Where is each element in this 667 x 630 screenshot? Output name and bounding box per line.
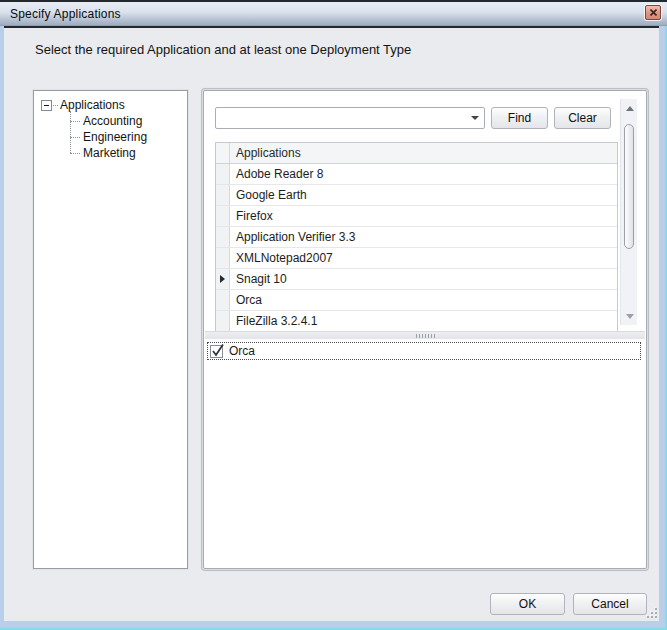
applications-grid: Applications Adobe Reader 8Google EarthF…	[215, 142, 618, 332]
deployment-type-item-orca[interactable]: Orca	[207, 342, 641, 360]
dialog-content: Select the required Application and at l…	[4, 28, 659, 621]
deployment-type-list: Orca	[205, 339, 645, 567]
window-title: Specify Applications	[0, 7, 121, 21]
close-icon	[650, 9, 657, 16]
current-row-arrow-icon	[220, 275, 225, 283]
grid-body: Adobe Reader 8Google EarthFirefoxApplica…	[216, 164, 617, 332]
scroll-up-icon[interactable]	[621, 101, 638, 115]
tree-children: AccountingEngineeringMarketing	[70, 113, 187, 161]
grid-column-header: Applications	[230, 143, 617, 163]
resize-grip[interactable]	[646, 607, 657, 618]
application-row-filezilla-3-2-4-1[interactable]: FileZilla 3.2.4.1	[216, 311, 617, 332]
row-selector-cell	[216, 185, 230, 205]
application-name: Firefox	[230, 206, 617, 226]
tree-node-label: Accounting	[83, 114, 142, 128]
applications-tree-panel: Applications AccountingEngineeringMarket…	[33, 90, 188, 569]
grid-scrollbar[interactable]	[620, 99, 637, 325]
checkbox-checked-icon[interactable]	[210, 345, 223, 358]
instruction-label: Select the required Application and at l…	[35, 42, 411, 57]
row-selector-cell	[216, 290, 230, 310]
ok-button[interactable]: OK	[490, 593, 565, 615]
application-row-snagit-10[interactable]: Snagit 10	[216, 269, 617, 290]
tree-connector	[70, 121, 80, 122]
tree-node-label: Applications	[60, 98, 125, 112]
tree-node-marketing[interactable]: Marketing	[70, 145, 187, 161]
tree-node-accounting[interactable]: Accounting	[70, 113, 187, 129]
tree-node-applications[interactable]: Applications	[41, 97, 187, 113]
tree-node-label: Engineering	[83, 130, 147, 144]
application-name: FileZilla 3.2.4.1	[230, 311, 617, 331]
application-name: Orca	[230, 290, 617, 310]
application-name: Google Earth	[230, 185, 617, 205]
application-row-orca[interactable]: Orca	[216, 290, 617, 311]
collapse-expander-icon[interactable]	[41, 100, 52, 111]
application-row-adobe-reader-8[interactable]: Adobe Reader 8	[216, 164, 617, 185]
application-row-firefox[interactable]: Firefox	[216, 206, 617, 227]
tree-node-label: Marketing	[83, 146, 136, 160]
close-button[interactable]	[645, 5, 661, 20]
row-selector-cell	[216, 227, 230, 247]
application-search-combo[interactable]	[215, 107, 485, 129]
combo-dropdown-icon[interactable]	[466, 116, 484, 120]
row-selector-cell	[216, 311, 230, 331]
horizontal-splitter[interactable]	[205, 331, 645, 339]
titlebar: Specify Applications	[0, 0, 667, 26]
tree-connector	[70, 153, 80, 154]
applications-tree: Applications AccountingEngineeringMarket…	[34, 91, 187, 161]
application-name: Adobe Reader 8	[230, 164, 617, 184]
application-name: XMLNotepad2007	[230, 248, 617, 268]
application-search-input[interactable]	[216, 109, 466, 127]
tree-connector	[70, 137, 80, 138]
scroll-down-icon[interactable]	[621, 309, 638, 323]
grid-header-row[interactable]: Applications	[216, 143, 617, 164]
row-selector-cell	[216, 206, 230, 226]
application-name: Snagit 10	[230, 269, 617, 289]
tree-node-engineering[interactable]: Engineering	[70, 129, 187, 145]
applications-panel: Find Clear Applications Adobe Reader 8Go…	[203, 90, 647, 569]
application-name: Application Verifier 3.3	[230, 227, 617, 247]
cancel-button[interactable]: Cancel	[573, 593, 647, 615]
row-selector-cell	[216, 164, 230, 184]
deployment-type-label: Orca	[229, 344, 255, 358]
find-button[interactable]: Find	[491, 107, 548, 129]
specify-applications-dialog: Specify Applications Select the required…	[0, 0, 667, 630]
application-row-application-verifier-3-3[interactable]: Application Verifier 3.3	[216, 227, 617, 248]
scrollbar-thumb[interactable]	[624, 124, 634, 249]
window-border-bottom	[0, 621, 665, 628]
application-row-google-earth[interactable]: Google Earth	[216, 185, 617, 206]
application-row-xmlnotepad2007[interactable]: XMLNotepad2007	[216, 248, 617, 269]
tree-connector	[53, 105, 58, 106]
row-selector-cell	[216, 248, 230, 268]
header-selector-cell	[216, 143, 230, 163]
clear-button[interactable]: Clear	[554, 107, 611, 129]
current-row-indicator	[216, 269, 230, 289]
